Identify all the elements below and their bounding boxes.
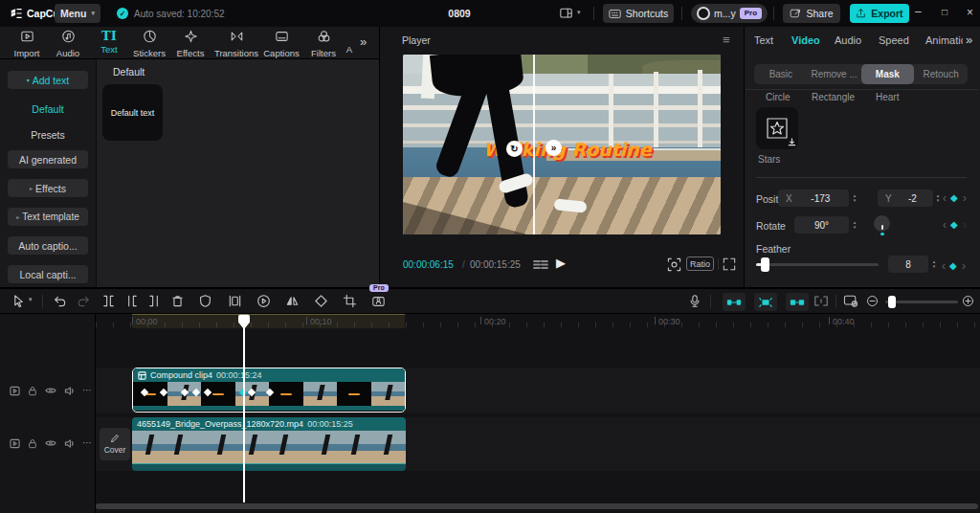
sidebar-item-default[interactable]: Default [8,100,88,118]
sidebar-item-text-template[interactable]: ▸ Text template [8,208,88,226]
split-icon[interactable] [101,294,116,308]
more-icon[interactable]: ⋯ [82,388,92,393]
rotate-tool-icon[interactable] [314,294,328,308]
position-y-stepper[interactable]: ▴▾ [933,190,943,207]
compound-clip[interactable]: Compound clip4 00:00:15:24 [132,368,406,413]
sidebar-item-ai-generated[interactable]: AI generated [8,150,88,168]
keyframe-next-icon[interactable]: › [963,190,967,207]
cover-settings-icon[interactable] [843,294,858,307]
tab-audio[interactable]: Audio [835,34,861,46]
ratio-button[interactable]: Ratio [686,256,714,271]
lock-icon[interactable] [28,386,37,396]
layout-chevron-icon[interactable]: ▾ [577,9,581,16]
crop-icon[interactable] [343,294,357,308]
mask-label-rectangle[interactable]: Rectangle [812,92,855,102]
eye-icon[interactable] [45,386,56,395]
account-button[interactable]: m...y Pro [691,4,768,23]
tab-text[interactable]: TI Text [87,30,131,58]
tool-chevron-icon[interactable]: ▾ [29,296,33,303]
lock-icon[interactable] [28,438,37,449]
cover-button[interactable]: Cover [100,428,130,460]
keyframe-prev-icon[interactable]: ‹ [942,257,946,275]
video-preview[interactable]: Walking Routine ↻ » [403,55,721,234]
keyframe-prev-icon[interactable]: ‹ [943,190,947,207]
fullscreen-icon[interactable] [723,257,736,271]
player-menu-icon[interactable]: ≡ [723,33,730,47]
tab-audio[interactable]: Audio [46,30,90,58]
position-x-input[interactable]: X -173 [778,190,849,207]
mask-guide-line[interactable] [533,55,535,234]
sidebar-item-effects[interactable]: ▸ Effects [8,179,88,197]
close-icon[interactable]: × [967,6,973,19]
keyframe-diamond-icon[interactable]: ◆ [950,190,958,207]
delete-left-icon[interactable] [124,294,139,308]
select-tool-icon[interactable] [11,294,26,308]
play-button[interactable]: ▶ [556,256,566,270]
tab-stickers[interactable]: Stickers [127,30,171,58]
mask-stars-tile[interactable] [756,107,798,149]
menu-button[interactable]: Menu ▾ [55,4,100,23]
shortcuts-button[interactable]: Shortcuts [603,4,674,23]
keyframe-diamond-icon[interactable]: ◆ [949,257,957,275]
video-clip[interactable]: 4655149_Bridge_Overpass_1280x720.mp4 00:… [132,417,406,471]
share-button[interactable]: Share [783,4,840,23]
minimize-icon[interactable]: – [915,5,922,18]
timeline-zoom-slider[interactable] [885,301,958,303]
expand-panel-icon[interactable]: » [963,33,972,47]
subtab-retouch[interactable]: Retouch [914,64,968,84]
playhead-line[interactable] [243,316,245,502]
sidebar-item-presets[interactable]: Presets [8,125,88,144]
feather-slider-thumb[interactable] [761,257,769,272]
layout-icon[interactable] [559,7,573,20]
rotate-handle-icon[interactable]: ↻ [506,141,523,157]
redo-icon[interactable] [77,294,91,308]
keyframe-next-icon[interactable]: › [962,257,966,275]
tab-import[interactable]: Import [5,30,49,58]
feather-stepper[interactable]: ▴▾ [929,256,939,273]
more-icon[interactable]: ⋯ [82,440,92,446]
restore-icon[interactable]: □ [942,7,947,17]
keyframe-diamond-icon[interactable]: ◆ [950,216,958,234]
sidebar-item-local-captions[interactable]: Local capti... [8,265,88,283]
mask-label-circle[interactable]: Circle [766,92,791,102]
position-y-input[interactable]: Y -2 [878,190,933,207]
tab-effects[interactable]: Effects [168,30,212,58]
ai-cutout-icon[interactable] [371,295,386,308]
resize-handle-icon[interactable]: » [546,140,562,156]
tab-transitions[interactable]: Transitions [212,30,261,58]
zoom-in-icon[interactable] [962,295,974,307]
mask-tool-icon[interactable] [198,294,212,308]
sidebar-item-auto-captions[interactable]: Auto captio... [8,236,88,255]
playhead-marker[interactable] [237,314,251,330]
expand-tabs-icon[interactable]: » [360,34,367,49]
eye-icon[interactable] [45,438,56,448]
subtab-basic[interactable]: Basic [754,64,808,84]
auto-snap-toggle[interactable] [754,293,777,311]
delete-icon[interactable] [170,294,185,308]
sidebar-item-add-text[interactable]: ▾ Add text [8,71,88,89]
subtab-mask[interactable]: Mask [861,64,915,84]
mute-icon[interactable] [64,438,75,449]
mute-icon[interactable] [64,386,75,396]
record-voiceover-icon[interactable] [688,294,702,308]
tab-video[interactable]: Video [791,34,820,46]
unlink-preview-icon[interactable] [813,295,829,307]
rotate-input[interactable]: 90° [794,216,849,234]
default-text-tile[interactable]: Default text [102,84,163,141]
keyframe-prev-icon[interactable]: ‹ [943,216,947,234]
timeline-zoom-thumb[interactable] [888,296,896,308]
zoom-out-icon[interactable] [866,295,879,307]
export-button[interactable]: Export [850,4,909,23]
focus-frame-icon[interactable] [667,257,681,272]
feather-input[interactable]: 8 [888,256,928,273]
mask-label-heart[interactable]: Heart [876,92,899,102]
tab-text[interactable]: Text [754,34,773,46]
speed-icon[interactable] [256,294,271,308]
subtab-remove[interactable]: Remove ... [808,64,861,84]
tab-speed[interactable]: Speed [879,34,909,46]
rotate-dial[interactable] [874,215,890,232]
feather-slider-track[interactable] [756,263,879,266]
horizontal-scrollbar[interactable] [96,503,978,509]
position-x-stepper[interactable]: ▴▾ [850,190,859,207]
delete-right-icon[interactable] [147,294,162,308]
